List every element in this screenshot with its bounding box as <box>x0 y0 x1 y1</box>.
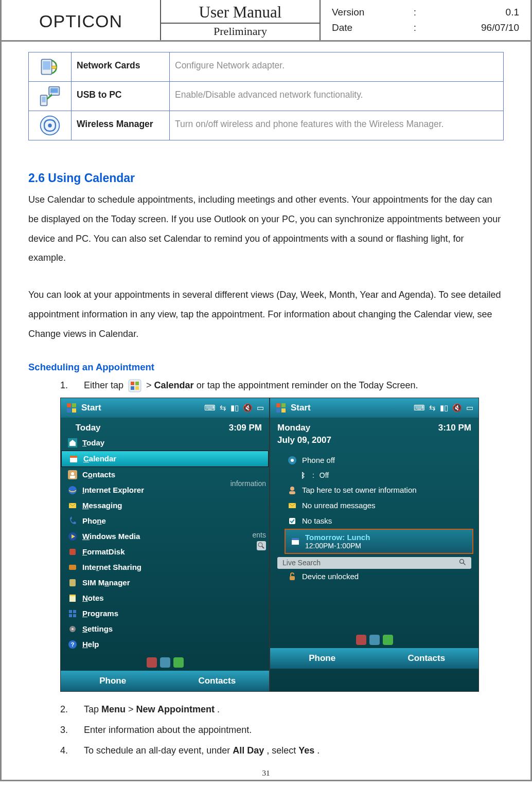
step-4: 4. To schedule an all-day event, under A… <box>60 741 504 760</box>
contacts-icon <box>68 470 77 479</box>
today-unlocked[interactable]: Device unlocked <box>270 569 478 584</box>
svg-point-9 <box>48 123 51 127</box>
svg-rect-29 <box>69 549 76 555</box>
doc-subtitle: Preliminary <box>161 24 320 40</box>
svg-rect-1 <box>43 61 50 70</box>
cut-text: ents <box>253 531 266 539</box>
today-appointment-reminder[interactable]: Tomorrow: Lunch 12:00PM-1:00PM <box>285 529 473 554</box>
svg-point-51 <box>290 487 294 491</box>
page: OPTICON User Manual Preliminary Version … <box>0 0 532 781</box>
weekday-label: Monday <box>277 423 310 433</box>
sync-icon: ⇆ <box>429 403 436 413</box>
menu-item-help[interactable]: ?Help <box>61 637 269 652</box>
today-owner[interactable]: Tap here to set owner information <box>270 482 478 498</box>
table-row: Wireless Manager Turn on/off wireless an… <box>29 111 504 140</box>
svg-point-50 <box>291 459 294 462</box>
mid-icons-row <box>61 654 269 671</box>
svg-rect-6 <box>42 97 45 102</box>
svg-rect-36 <box>69 614 72 617</box>
sync-icon: ⇆ <box>220 403 226 413</box>
bluetooth-icon: ᛒ <box>301 471 305 479</box>
softkey-right[interactable]: Contacts <box>165 676 270 686</box>
wireless-icon <box>288 456 297 465</box>
menu-item-phone[interactable]: Phone <box>61 513 269 529</box>
tray-icons: ⌨ ⇆ ▮▯ 🔇 ▭ <box>414 403 473 413</box>
menu-item-settings[interactable]: Settings <box>61 621 269 637</box>
menu-item-sim-manager[interactable]: SIM Manager <box>61 575 269 590</box>
softkey-right[interactable]: Contacts <box>375 653 479 664</box>
svg-rect-31 <box>69 579 76 586</box>
menu-item-programs[interactable]: Programs <box>61 606 269 621</box>
today-messages[interactable]: No unread messages <box>270 498 478 513</box>
feature-desc: Enable/Disable advanced network function… <box>170 82 504 111</box>
menu-item-today[interactable]: Today <box>61 435 269 451</box>
date-label: Date <box>329 20 411 35</box>
owner-icon <box>288 486 297 495</box>
menu-item-notes[interactable]: Notes <box>61 590 269 606</box>
clock-time: 3:10 PM <box>438 423 471 433</box>
svg-rect-45 <box>276 403 280 407</box>
svg-rect-14 <box>135 386 139 390</box>
svg-rect-21 <box>70 456 77 458</box>
menu-item-wmp[interactable]: Windows Media <box>61 529 269 544</box>
green-box-icon <box>173 657 184 668</box>
network-cards-icon <box>39 56 61 78</box>
menu-item-calendar[interactable]: Calendar <box>61 451 269 467</box>
wmp-icon <box>68 532 77 541</box>
usb-to-pc-icon <box>39 85 61 107</box>
table-row: Network Cards Configure Network adapter. <box>29 52 504 82</box>
clock-time: 3:09 PM <box>229 423 262 433</box>
search-glass-icon <box>459 559 466 567</box>
svg-rect-48 <box>281 408 286 413</box>
speaker-icon: 🔇 <box>452 403 462 413</box>
menu-item-internet-sharing[interactable]: Internet Sharing <box>61 560 269 575</box>
menu-item-formatdisk[interactable]: FormatDisk <box>61 544 269 560</box>
svg-rect-54 <box>289 518 295 524</box>
search-glass-icon <box>257 541 266 552</box>
cut-text: information <box>230 479 266 488</box>
mid-icons-row <box>270 632 478 648</box>
today-tasks[interactable]: No tasks <box>270 513 478 529</box>
sim-icon <box>68 578 77 587</box>
formatdisk-icon <box>68 547 77 557</box>
calendar-icon <box>69 454 78 463</box>
doc-title: User Manual <box>161 0 320 24</box>
svg-rect-16 <box>72 403 76 407</box>
softkey-left[interactable]: Phone <box>270 653 375 664</box>
svg-rect-12 <box>135 382 139 385</box>
content-area: Network Cards Configure Network adapter. <box>2 42 530 766</box>
today-label: Today <box>68 423 101 433</box>
doc-meta: Version : 0.1 Date : 96/07/10 <box>321 0 530 40</box>
svg-rect-42 <box>257 541 266 550</box>
green-box-icon <box>383 635 393 645</box>
menu-item-messaging[interactable]: Messaging <box>61 498 269 513</box>
programs-icon <box>68 609 77 618</box>
blue-box-icon <box>160 657 170 668</box>
svg-rect-34 <box>69 610 72 613</box>
svg-rect-47 <box>276 408 280 413</box>
today-phone-off[interactable]: Phone off <box>270 453 478 468</box>
start-menu-list: Today Calendar Contacts Internet Explore… <box>61 435 269 654</box>
battery-icon: ▭ <box>466 403 473 413</box>
svg-point-23 <box>71 472 74 475</box>
help-icon: ? <box>68 640 77 649</box>
feature-desc: Configure Network adapter. <box>170 52 504 82</box>
calendar-icon <box>291 536 300 546</box>
softkey-left[interactable]: Phone <box>61 676 165 686</box>
feature-name: Wireless Manager <box>72 111 170 140</box>
svg-rect-52 <box>289 491 295 494</box>
speaker-icon: 🔇 <box>243 403 253 413</box>
svg-point-39 <box>72 628 74 630</box>
step-2: 2. Tap Menu > New Appointment . <box>60 700 504 719</box>
screenshot-today-screen: Start ⌨ ⇆ ▮▯ 🔇 ▭ Monday 3:10 PM <box>270 398 479 692</box>
settings-table: Network Cards Configure Network adapter. <box>28 52 504 140</box>
svg-rect-24 <box>70 476 75 478</box>
svg-point-57 <box>460 559 464 563</box>
start-bar: Start ⌨ ⇆ ▮▯ 🔇 ▭ <box>61 398 269 418</box>
svg-rect-59 <box>290 576 295 580</box>
start-bar: Start ⌨ ⇆ ▮▯ 🔇 ▭ <box>270 398 478 418</box>
ie-icon <box>68 486 77 495</box>
bottom-bar: Phone Contacts <box>270 648 478 669</box>
subsection-heading: Scheduling an Appointment <box>28 362 504 373</box>
live-search-box[interactable]: Live Search <box>277 557 471 569</box>
